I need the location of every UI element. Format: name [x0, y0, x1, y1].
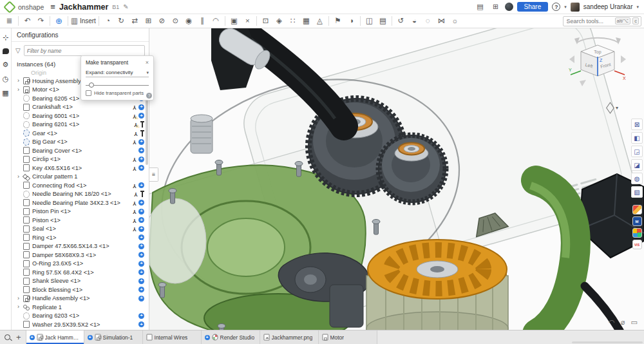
cylindrical-mate-icon[interactable]: ⊘: [155, 15, 169, 27]
float-badge-icon[interactable]: +: [138, 321, 144, 327]
instance-row[interactable]: Ring 57.5X 68.4X2 <1>+: [12, 268, 149, 277]
tab-internal-wires[interactable]: Internal Wires: [143, 330, 202, 344]
float-badge-icon[interactable]: +: [138, 209, 144, 215]
instance-row[interactable]: Big Gear <1>Y+: [12, 138, 149, 147]
mate-badge-icon[interactable]: Y: [133, 200, 137, 206]
instance-row[interactable]: ›Circular pattern 1: [12, 173, 149, 182]
caliper-icon[interactable]: ⌀: [621, 319, 625, 326]
arc-measure-icon[interactable]: ◠: [609, 319, 615, 326]
parallel-mate-icon[interactable]: ∥: [196, 15, 209, 27]
comments-icon[interactable]: [3, 48, 9, 54]
branch-manage-icon[interactable]: ⊞: [491, 3, 501, 11]
instance-row[interactable]: Seal <1>Y+: [12, 225, 149, 234]
panel-collapse-handle[interactable]: ≣: [149, 167, 158, 182]
instance-row[interactable]: Gear <1>Y: [12, 129, 149, 138]
appearance-icon[interactable]: ◒: [408, 15, 421, 27]
mate-badge-icon[interactable]: Y: [134, 131, 138, 137]
dialog-help-icon[interactable]: ?: [146, 93, 152, 99]
instance-row[interactable]: Needle Bearing Plate 34X2.3 <1>Y+: [12, 198, 149, 207]
float-badge-icon[interactable]: +: [138, 157, 144, 162]
filter-input[interactable]: [24, 45, 145, 56]
exploded-cubes-icon[interactable]: ◧: [631, 132, 643, 144]
mate-warning-badge-icon[interactable]: Y⚠: [133, 113, 137, 119]
checkbox-icon[interactable]: [86, 90, 91, 96]
graphics-viewport[interactable]: ≣ Top Left Front Z Y X: [149, 28, 644, 330]
float-badge-icon[interactable]: +: [138, 244, 144, 249]
instance-row[interactable]: Piston <1>Y+: [12, 216, 149, 225]
float-badge-icon[interactable]: +: [138, 296, 144, 301]
group-icon[interactable]: ▣: [227, 15, 241, 27]
main-menu-icon[interactable]: ≡: [50, 2, 55, 12]
instance-row[interactable]: ›Replicate 1: [12, 303, 149, 312]
float-badge-icon[interactable]: +: [138, 252, 144, 258]
bom-icon[interactable]: ▦: [299, 15, 313, 27]
search-tools-input[interactable]: [565, 17, 613, 25]
named-views-icon[interactable]: ▤: [376, 15, 390, 27]
mate-relation-icon[interactable]: ×: [241, 15, 254, 27]
app-cam-icon[interactable]: [632, 205, 642, 215]
assembly-structure-icon[interactable]: ≣: [3, 15, 16, 27]
mate-badge-icon[interactable]: Y: [133, 157, 137, 162]
mate-badge-icon[interactable]: Y: [134, 191, 138, 197]
expand-arrow-icon[interactable]: ›: [17, 78, 23, 84]
rename-icon[interactable]: ✎: [123, 3, 128, 10]
instance-row[interactable]: Block Blessing <1>+: [12, 285, 149, 294]
float-badge-icon[interactable]: +: [138, 226, 144, 232]
mate-badge-icon[interactable]: Y: [133, 209, 137, 215]
instance-row[interactable]: Damper 47.5X66.5X14.3 <1>+: [12, 242, 149, 251]
named-view-box-icon[interactable]: ▧: [631, 186, 643, 198]
section-view-icon[interactable]: ◫: [363, 15, 376, 27]
app-pinwheel-icon[interactable]: [632, 228, 642, 238]
exploded-view-icon[interactable]: ◬: [313, 15, 327, 27]
view-cube[interactable]: Top Left Front Z Y X: [568, 33, 627, 89]
float-badge-icon[interactable]: +: [138, 165, 144, 171]
float-badge-icon[interactable]: +: [138, 148, 144, 153]
fixed-badge-icon[interactable]: [140, 121, 144, 128]
section-cut-icon[interactable]: ◪: [631, 159, 643, 171]
expand-arrow-icon[interactable]: ›: [17, 296, 23, 301]
view-options-button[interactable]: ▾: [607, 104, 618, 111]
version-label[interactable]: B1: [112, 4, 119, 10]
float-badge-icon[interactable]: +: [138, 278, 144, 284]
float-badge-icon[interactable]: +: [138, 261, 144, 267]
tab-render-studio[interactable]: +Render Studio: [202, 330, 260, 344]
instance-row[interactable]: Bearing Cover <1>+: [12, 146, 149, 155]
app-vis-icon[interactable]: VIS: [632, 240, 642, 249]
float-badge-icon[interactable]: +: [138, 104, 144, 110]
tab-motor[interactable]: Motor: [319, 330, 377, 344]
mate-badge-icon[interactable]: Y: [133, 166, 137, 171]
instance-row[interactable]: Shank Sleeve <1>+: [12, 277, 149, 286]
mate-badge-icon[interactable]: Y: [133, 226, 137, 232]
float-badge-icon[interactable]: +: [138, 139, 144, 145]
history-icon[interactable]: ◷: [3, 75, 9, 82]
named-positions-icon[interactable]: ⚑: [331, 15, 345, 27]
fixed-badge-icon[interactable]: [140, 130, 144, 137]
float-badge-icon[interactable]: +: [138, 234, 144, 240]
tabbar-scrollbar[interactable]: [572, 341, 643, 343]
interference-icon[interactable]: ⋈: [435, 15, 448, 27]
instance-row[interactable]: Crankshaft <1>Y+: [12, 103, 149, 112]
avatar[interactable]: [571, 3, 580, 12]
close-icon[interactable]: ×: [146, 59, 149, 66]
slider-mate-icon[interactable]: ⇄: [128, 15, 142, 27]
float-badge-icon[interactable]: +: [138, 113, 144, 119]
mate-warning-badge-icon[interactable]: Y⚠: [134, 122, 138, 128]
replicate-icon[interactable]: ⊡: [259, 15, 272, 27]
insert-icon[interactable]: ▥Insert: [70, 15, 97, 27]
display-states-icon[interactable]: ◑: [345, 15, 358, 27]
mate-connector-icon[interactable]: ⊕: [52, 15, 66, 27]
instance-row[interactable]: Ring <1>+: [12, 233, 149, 242]
help-caret-icon[interactable]: ▾: [564, 5, 567, 10]
tab-jackhammer-png[interactable]: Jackhammer.png: [260, 330, 319, 344]
mate-badge-icon[interactable]: Y: [133, 104, 137, 110]
instance-row[interactable]: Damper 58X68X9.3 <1>+: [12, 251, 149, 260]
expand-dropdown[interactable]: Expand: connectivity ▾: [86, 70, 149, 77]
instance-row[interactable]: Needle Bearing NK 18/20 <1>Y: [12, 190, 149, 199]
document-info-icon[interactable]: ▤: [475, 3, 486, 11]
document-title[interactable]: Jackhammer: [59, 3, 108, 12]
ruler-icon[interactable]: ▭: [631, 319, 638, 326]
float-badge-icon[interactable]: +: [138, 217, 144, 223]
expand-arrow-icon[interactable]: ›: [17, 87, 23, 93]
help-icon[interactable]: ?: [552, 3, 560, 11]
ball-mate-icon[interactable]: ◉: [182, 15, 196, 27]
